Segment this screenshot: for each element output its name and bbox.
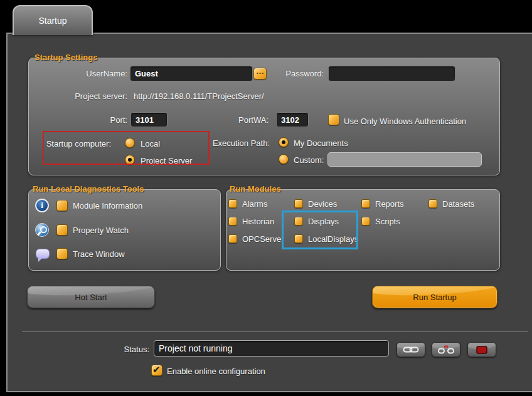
module-devices-label: Devices xyxy=(308,199,337,209)
status-input[interactable] xyxy=(154,340,389,357)
connect-button[interactable] xyxy=(396,342,425,357)
execution-path-label: Execution Path: xyxy=(201,138,270,148)
status-label: Status: xyxy=(112,345,149,354)
stop-icon xyxy=(476,346,487,354)
module-scripts-label: Scripts xyxy=(375,217,400,226)
module-alarms-label: Alarms xyxy=(242,199,267,209)
trace-window-label: Trace Window xyxy=(73,249,125,259)
tab-startup-label: Startup xyxy=(38,16,66,26)
windows-auth-label: Use Only Windows Authentication xyxy=(344,117,466,126)
module-devices-checkbox[interactable] xyxy=(294,199,303,208)
property-watch-icon xyxy=(35,223,49,237)
username-label: UserName: xyxy=(49,69,127,78)
module-information-label: Module Information xyxy=(73,201,142,211)
property-watch-checkbox[interactable] xyxy=(56,224,68,236)
module-datasets-checkbox[interactable] xyxy=(428,199,437,208)
module-scripts-checkbox[interactable] xyxy=(361,217,370,226)
run-startup-button[interactable]: Run Startup xyxy=(372,286,497,308)
portwa-label: PortWA: xyxy=(217,115,269,125)
module-opcserver-checkbox[interactable] xyxy=(228,234,237,243)
password-label: Password: xyxy=(276,69,324,78)
startup-computer-projectserver-radio[interactable] xyxy=(125,155,135,165)
execution-path-mydocuments-label: My Documents xyxy=(294,138,348,148)
module-opcserver-label: OPCServer xyxy=(242,234,284,244)
module-alarms-checkbox[interactable] xyxy=(228,199,237,208)
run-startup-label: Run Startup xyxy=(413,293,456,302)
custom-path-input[interactable] xyxy=(327,152,482,167)
module-historian-checkbox[interactable] xyxy=(228,217,237,226)
startup-computer-local-label: Local xyxy=(141,139,160,148)
hot-start-button[interactable]: Hot Start xyxy=(27,286,155,308)
enable-online-config-checkbox[interactable] xyxy=(151,365,162,376)
startup-settings-title: Startup Settings xyxy=(35,53,97,62)
enable-online-config-label: Enable online configuration xyxy=(167,367,265,376)
module-reports-label: Reports xyxy=(375,199,404,209)
module-displays-checkbox[interactable] xyxy=(294,217,303,226)
startup-window: Startup Startup Settings UserName: … Pas… xyxy=(0,0,532,396)
diagnostics-title: Run Local Diagnostics Tools xyxy=(33,184,144,194)
module-datasets-label: Datasets xyxy=(442,199,474,209)
module-information-icon xyxy=(35,199,49,212)
execution-path-mydocuments-radio[interactable] xyxy=(279,137,289,147)
portwa-input[interactable] xyxy=(276,112,309,127)
trace-window-checkbox[interactable] xyxy=(56,248,68,259)
stop-button[interactable] xyxy=(467,342,496,357)
startup-computer-projectserver-label: Project Server xyxy=(141,156,192,165)
startup-computer-local-radio[interactable] xyxy=(125,138,135,148)
startup-computer-label: Startup computer: xyxy=(36,139,111,148)
module-historian-label: Historian xyxy=(242,217,274,226)
hot-start-label: Hot Start xyxy=(75,293,107,302)
project-server-label: Project server: xyxy=(49,91,127,101)
execution-path-custom-label: Custom: xyxy=(294,155,324,165)
project-server-value: http://192.168.0.111/TProjectServer/ xyxy=(134,91,264,101)
link-broken-icon xyxy=(438,345,454,354)
username-input[interactable] xyxy=(130,66,253,81)
execution-path-custom-radio[interactable] xyxy=(279,154,289,164)
trace-window-icon xyxy=(36,249,50,259)
module-information-checkbox[interactable] xyxy=(56,200,68,211)
password-input[interactable] xyxy=(328,66,455,81)
module-reports-checkbox[interactable] xyxy=(361,199,370,208)
link-icon xyxy=(403,346,419,353)
module-localdisplays-label: LocalDisplays xyxy=(308,234,358,244)
module-displays-label: Displays xyxy=(308,217,339,226)
port-input[interactable] xyxy=(130,112,168,127)
windows-auth-checkbox[interactable] xyxy=(328,114,339,125)
modules-title: Run Modules xyxy=(230,184,281,194)
separator-line xyxy=(22,331,528,332)
disconnect-button[interactable] xyxy=(432,342,460,357)
module-localdisplays-checkbox[interactable] xyxy=(294,234,303,243)
tab-startup[interactable]: Startup xyxy=(13,5,93,35)
property-watch-label: Property Watch xyxy=(73,226,129,235)
port-label: Port: xyxy=(49,115,127,125)
username-browse-button[interactable]: … xyxy=(253,68,267,80)
